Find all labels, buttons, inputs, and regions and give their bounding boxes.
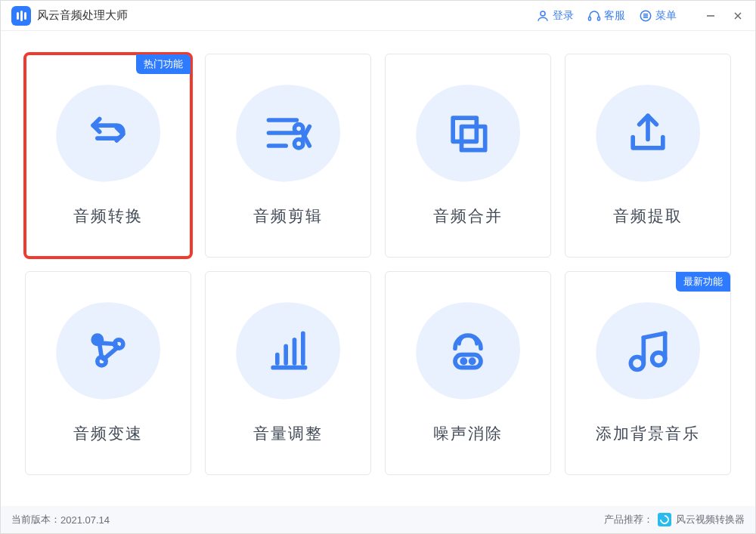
card-audio-extract[interactable]: 音频提取 [565,54,731,258]
feature-grid: 热门功能 音频转换 音频剪辑 音频合并 音频提取 音频变速 [25,54,731,475]
card-audio-trim[interactable]: 音频剪辑 [205,54,371,258]
app-title: 风云音频处理大师 [37,8,128,23]
card-label: 音频转换 [73,205,143,227]
titlebar: 风云音频处理大师 登录 客服 菜单 [1,1,755,31]
card-label: 音频合并 [433,205,503,227]
user-icon [536,9,550,23]
merge-icon [442,107,494,159]
music-icon [622,325,674,376]
new-badge: 最新功能 [676,272,730,292]
card-label: 音频变速 [73,423,143,444]
version-value: 2021.07.14 [60,514,110,526]
recommend-link[interactable]: 风云视频转换器 [676,513,745,526]
svg-rect-17 [453,118,476,141]
close-button[interactable] [731,9,745,23]
svg-rect-2 [598,17,600,20]
card-volume-adjust[interactable]: 音量调整 [205,271,371,475]
version-label: 当前版本： [11,513,60,526]
menu-button[interactable]: 菜单 [639,9,677,23]
card-label: 添加背景音乐 [596,423,700,444]
app-logo-icon [11,6,31,26]
recommend-label: 产品推荐： [604,513,653,526]
card-audio-convert[interactable]: 热门功能 音频转换 [25,54,191,258]
card-audio-merge[interactable]: 音频合并 [385,54,551,258]
svg-rect-28 [455,355,481,368]
card-bgm[interactable]: 最新功能 添加背景音乐 [565,271,731,475]
hot-badge: 热门功能 [136,54,191,74]
svg-line-35 [643,333,665,338]
menu-icon [639,9,652,23]
headset-icon [587,9,601,23]
card-label: 音频剪辑 [253,205,323,227]
support-button[interactable]: 客服 [587,9,625,23]
svg-point-30 [471,360,474,363]
speed-icon [82,325,134,376]
login-label: 登录 [553,9,574,23]
convert-icon [82,107,134,159]
statusbar: 当前版本： 2021.07.14 产品推荐： 风云视频转换器 [1,506,755,533]
content-area: 热门功能 音频转换 音频剪辑 音频合并 音频提取 音频变速 [1,31,755,506]
svg-point-0 [541,11,545,16]
menu-label: 菜单 [655,9,677,23]
card-label: 音量调整 [253,423,323,444]
app-window: 风云音频处理大师 登录 客服 菜单 热门功能 音频转换 [0,0,756,534]
card-label: 音频提取 [613,205,683,227]
svg-point-29 [462,360,465,363]
svg-rect-18 [462,127,485,150]
extract-icon [622,107,674,159]
volume-icon [262,325,314,376]
minimize-button[interactable] [704,9,717,23]
card-audio-speed[interactable]: 音频变速 [25,271,191,475]
support-label: 客服 [604,9,625,23]
svg-rect-1 [589,17,591,20]
card-label: 噪声消除 [433,423,503,444]
scissors-icon [262,107,314,159]
login-button[interactable]: 登录 [536,9,574,23]
recommend-icon [658,513,671,526]
noise-icon [442,325,494,376]
card-noise-removal[interactable]: 噪声消除 [385,271,551,475]
